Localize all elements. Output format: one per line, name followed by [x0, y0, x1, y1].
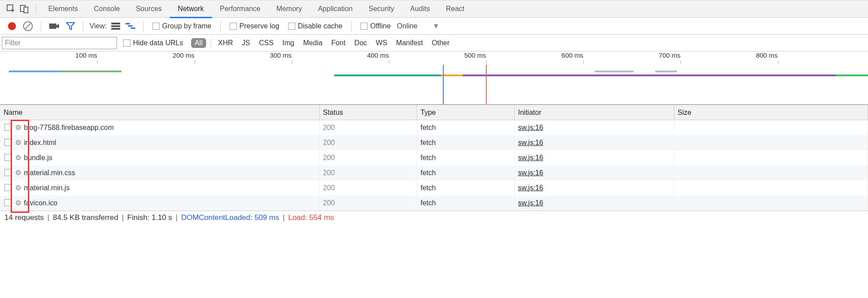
svg-rect-4	[111, 23, 120, 24]
type-chip-manifest[interactable]: Manifest	[396, 39, 423, 47]
clear-button[interactable]	[23, 21, 33, 31]
tick: 800 ms	[756, 51, 778, 59]
row-checkbox[interactable]	[4, 139, 12, 146]
tab-performance[interactable]: Performance	[212, 0, 269, 18]
type-chip-media[interactable]: Media	[303, 39, 323, 47]
row-checkbox[interactable]	[4, 169, 12, 176]
type-chip-css[interactable]: CSS	[259, 39, 274, 47]
col-type[interactable]: Type	[417, 105, 514, 120]
type-chip-ws[interactable]: WS	[376, 39, 387, 47]
tab-react[interactable]: React	[438, 0, 473, 18]
gear-icon: ⚙	[15, 138, 21, 147]
tab-elements[interactable]: Elements	[40, 0, 86, 18]
type-chip-doc[interactable]: Doc	[354, 39, 367, 47]
request-status: 200	[319, 165, 417, 180]
overview-segment	[441, 74, 463, 76]
checkbox[interactable]	[360, 23, 368, 30]
row-checkbox[interactable]	[4, 154, 12, 161]
table-row[interactable]: ⚙favicon.ico200fetchsw.js:16	[0, 196, 868, 211]
network-toolbar: View: Group by frame Preserve log Disabl…	[0, 18, 868, 35]
col-initiator[interactable]: Initiator	[514, 105, 674, 120]
request-initiator[interactable]: sw.js:16	[518, 139, 543, 146]
status-transferred: 84.5 KB transferred	[53, 213, 118, 222]
checkbox[interactable]	[123, 39, 130, 47]
separator	[83, 21, 83, 31]
tab-network[interactable]: Network	[170, 0, 212, 18]
row-checkbox[interactable]	[4, 124, 12, 131]
group-by-frame-option[interactable]: Group by frame	[152, 22, 211, 30]
request-initiator[interactable]: sw.js:16	[518, 199, 543, 207]
request-initiator[interactable]: sw.js:16	[518, 154, 543, 161]
request-status: 200	[319, 180, 417, 196]
request-name: blog-77588.firebaseapp.com	[24, 124, 114, 131]
filter-input[interactable]	[2, 37, 117, 49]
table-row[interactable]: ⚙material.min.css200fetchsw.js:16	[0, 165, 868, 180]
dropdown-caret-icon[interactable]: ▼	[433, 22, 440, 30]
gear-icon: ⚙	[15, 153, 21, 162]
request-type: fetch	[417, 135, 514, 150]
view-list-icon[interactable]	[111, 23, 120, 30]
overview-timeline[interactable]: 100 ms200 ms300 ms400 ms500 ms600 ms700 …	[0, 51, 868, 105]
type-chip-all[interactable]: All	[191, 38, 206, 48]
tabs-container: ElementsConsoleSourcesNetworkPerformance…	[40, 0, 473, 18]
tick: 400 ms	[367, 51, 389, 59]
requests-table: Name Status Type Initiator Size ⚙blog-77…	[0, 105, 868, 211]
table-row[interactable]: ⚙bundle.js200fetchsw.js:16	[0, 150, 868, 165]
waterfall-overview	[0, 69, 868, 74]
col-name[interactable]: Name	[0, 105, 319, 120]
offline-option[interactable]: Offline	[360, 22, 391, 30]
record-button[interactable]	[8, 22, 16, 30]
filter-icon[interactable]	[66, 22, 75, 30]
throttling-select[interactable]: Online	[397, 22, 417, 30]
overview-segment	[463, 74, 836, 76]
col-size[interactable]: Size	[674, 105, 868, 120]
type-chip-xhr[interactable]: XHR	[218, 39, 233, 47]
col-status[interactable]: Status	[319, 105, 417, 120]
request-initiator[interactable]: sw.js:16	[518, 169, 543, 176]
status-domcontentloaded: DOMContentLoaded: 509 ms	[181, 213, 279, 222]
separator	[41, 21, 41, 31]
checkbox[interactable]	[230, 23, 237, 30]
view-waterfall-icon[interactable]	[125, 23, 136, 30]
svg-rect-3	[49, 24, 56, 29]
checkbox[interactable]	[152, 23, 160, 30]
device-toggle-icon[interactable]	[18, 2, 31, 16]
row-checkbox[interactable]	[4, 199, 12, 206]
view-label: View:	[90, 22, 107, 30]
hide-data-urls-option[interactable]: Hide data URLs	[123, 39, 183, 47]
disable-cache-option[interactable]: Disable cache	[288, 22, 343, 30]
request-name: index.html	[24, 139, 56, 146]
type-chip-font[interactable]: Font	[331, 39, 345, 47]
type-chip-img[interactable]: Img	[282, 39, 294, 47]
request-status: 200	[319, 120, 417, 135]
tab-application[interactable]: Application	[310, 0, 360, 18]
request-initiator[interactable]: sw.js:16	[518, 184, 543, 192]
table-row[interactable]: ⚙blog-77588.firebaseapp.com200fetchsw.js…	[0, 120, 868, 135]
tick: 100 ms	[75, 51, 97, 59]
type-chip-js[interactable]: JS	[242, 39, 250, 47]
inspect-element-icon[interactable]	[4, 2, 18, 16]
tick: 300 ms	[270, 51, 292, 59]
preserve-log-label: Preserve log	[239, 22, 279, 30]
type-chip-other[interactable]: Other	[432, 39, 450, 47]
domcontentloaded-marker	[443, 65, 444, 104]
svg-rect-7	[125, 23, 130, 24]
gear-icon: ⚙	[15, 199, 21, 207]
tab-security[interactable]: Security	[360, 0, 402, 18]
request-initiator[interactable]: sw.js:16	[518, 124, 543, 131]
table-row[interactable]: ⚙material.min.js200fetchsw.js:16	[0, 180, 868, 196]
tab-memory[interactable]: Memory	[268, 0, 310, 18]
checkbox[interactable]	[288, 23, 295, 30]
tab-audits[interactable]: Audits	[402, 0, 438, 18]
screenshot-icon[interactable]	[49, 23, 59, 30]
row-checkbox[interactable]	[4, 184, 12, 191]
tab-sources[interactable]: Sources	[128, 0, 170, 18]
tick: 700 ms	[659, 51, 680, 59]
ruler: 100 ms200 ms300 ms400 ms500 ms600 ms700 …	[0, 51, 868, 62]
tab-console[interactable]: Console	[86, 0, 128, 18]
separator	[351, 21, 352, 31]
preserve-log-option[interactable]: Preserve log	[230, 22, 279, 30]
table-row[interactable]: ⚙index.html200fetchsw.js:16	[0, 135, 868, 150]
status-finish: Finish: 1.10 s	[127, 213, 172, 222]
tick: 200 ms	[172, 51, 194, 59]
